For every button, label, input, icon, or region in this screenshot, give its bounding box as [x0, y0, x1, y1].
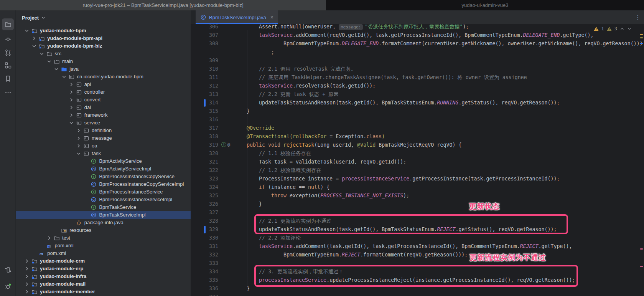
- line-number[interactable]: 326: [191, 200, 218, 208]
- chevron-right-icon[interactable]: [68, 112, 74, 118]
- line-number[interactable]: 325: [191, 192, 218, 200]
- chevron-down-icon[interactable]: [61, 74, 67, 80]
- code-line-312[interactable]: 312taskService.resolveTask(task.getId())…: [191, 82, 644, 90]
- line-number[interactable]: 335: [191, 276, 218, 284]
- line-number[interactable]: 310: [191, 65, 218, 73]
- code-line-331[interactable]: 331taskService.addComment(task.getId(), …: [191, 242, 644, 251]
- chevron-down-icon[interactable]: [24, 28, 30, 34]
- line-number[interactable]: 331: [191, 242, 218, 251]
- line-number[interactable]: 328: [191, 217, 218, 225]
- chevron-down-icon[interactable]: [46, 58, 52, 64]
- line-number[interactable]: 308: [191, 40, 218, 48]
- tree-item-yudao-module-bpm-biz[interactable]: yudao-module-bpm-biz: [16, 42, 191, 50]
- chevron-down-icon[interactable]: [76, 150, 82, 157]
- line-number[interactable]: 307: [191, 31, 218, 40]
- tree-item-pom-xml[interactable]: mpom.xml: [16, 250, 191, 257]
- debug-icon[interactable]: [2, 280, 14, 292]
- chevron-right-icon[interactable]: [24, 273, 30, 279]
- structure-icon[interactable]: [2, 59, 14, 71]
- chevron-right-icon[interactable]: [24, 289, 30, 295]
- code-editor[interactable]: 1 3 306Assert.notNull(ownerUser, message…: [191, 24, 644, 296]
- chevron-right-icon[interactable]: [76, 135, 82, 141]
- code-line-324[interactable]: 324if (instance == null) {: [191, 183, 644, 192]
- tree-item-task[interactable]: task: [16, 150, 191, 157]
- code-line-307[interactable]: 307taskService.addComment(reqVO.getId(),…: [191, 31, 644, 40]
- code-line-319[interactable]: 319I@public void rejectTask(Long userId,…: [191, 141, 644, 149]
- tree-item-message[interactable]: message: [16, 134, 191, 142]
- window-title-background[interactable]: yudao-ui-admin-vue3: [326, 0, 644, 10]
- chevron-down-icon[interactable]: [68, 120, 74, 126]
- tree-item-main[interactable]: main: [16, 58, 191, 65]
- tree-item-bpmprocessinstanceserviceimpl[interactable]: CBpmProcessInstanceServiceImpl: [16, 196, 191, 203]
- code-line-322[interactable]: 322// 1.2 校验流程实例存在: [191, 166, 644, 175]
- chevron-right-icon[interactable]: [76, 127, 82, 134]
- tree-item-yudao-module-mall[interactable]: yudao-module-mall: [16, 280, 191, 288]
- line-number[interactable]: 311: [191, 73, 218, 82]
- code-line-308[interactable]: 308BpmCommentTypeEnum.DELEGATE_END.forma…: [191, 40, 644, 48]
- tree-item-definition[interactable]: definition: [16, 127, 191, 134]
- code-line-318[interactable]: 318@Transactional(rollbackFor = Exceptio…: [191, 132, 644, 141]
- line-number[interactable]: 330: [191, 234, 218, 242]
- stripe-mark[interactable]: [640, 248, 643, 250]
- chevron-right-icon[interactable]: [68, 97, 74, 103]
- tree-item-src[interactable]: src: [16, 50, 191, 58]
- line-number[interactable]: 333: [191, 259, 218, 268]
- line-number[interactable]: 316: [191, 116, 218, 124]
- line-number[interactable]: 321: [191, 158, 218, 166]
- code-line-315[interactable]: 315}: [191, 107, 644, 116]
- tree-item-bpmtaskserviceimpl[interactable]: CBpmTaskServiceImpl: [16, 211, 191, 219]
- tree-item-yudao-module-bpm[interactable]: yudao-module-bpm: [16, 27, 191, 35]
- pull-requests-icon[interactable]: ?: [2, 46, 14, 58]
- more-icon[interactable]: [2, 86, 14, 98]
- line-number[interactable]: 318: [191, 132, 218, 141]
- project-folder-icon[interactable]: [2, 18, 14, 30]
- tree-item-bpmprocessinstancecopyserviceimpl[interactable]: CBpmProcessInstanceCopyServiceImpl: [16, 180, 191, 188]
- stripe-change-mark[interactable]: [640, 43, 643, 44]
- line-number[interactable]: 332: [191, 251, 218, 259]
- line-number[interactable]: 313: [191, 90, 218, 99]
- chevron-right-icon[interactable]: [24, 281, 30, 287]
- tree-item-api[interactable]: api: [16, 81, 191, 88]
- tree-item-controller[interactable]: controller: [16, 88, 191, 96]
- code-line-314[interactable]: 314updateTaskStatusAndReason(task.getId(…: [191, 99, 644, 107]
- bookmarks-icon[interactable]: [2, 73, 14, 84]
- kebab-menu-icon[interactable]: ⋮: [634, 13, 642, 21]
- line-number[interactable]: 319: [191, 141, 218, 149]
- tab-close-icon[interactable]: ×: [270, 14, 273, 20]
- code-line-wrap[interactable]: ;: [191, 48, 644, 56]
- editor-tab[interactable]: C BpmTaskServiceImpl.java ×: [196, 10, 278, 24]
- line-number[interactable]: 337: [191, 293, 218, 296]
- code-line-332[interactable]: 332BpmCommentTypeEnum.REJECT.formatComme…: [191, 251, 644, 259]
- code-line-309[interactable]: 309: [191, 56, 644, 65]
- tree-item-java[interactable]: java: [16, 65, 191, 73]
- code-line-330[interactable]: 330// 2.2 添加评论: [191, 234, 644, 242]
- tree-item-framework[interactable]: framework: [16, 111, 191, 119]
- line-number[interactable]: 327: [191, 208, 218, 217]
- implements-gutter[interactable]: I@: [221, 142, 230, 147]
- tree-item-cn-iocoder-yudao-module-bpm[interactable]: cn.iocoder.yudao.module.bpm: [16, 73, 191, 81]
- tree-item-package-info-java[interactable]: package-info.java: [16, 219, 191, 227]
- tree-item-bpmactivityservice[interactable]: IBpmActivityService: [16, 157, 191, 165]
- tree-item-yudao-module-infra[interactable]: yudao-module-infra: [16, 273, 191, 280]
- tree-item-bpmtaskservice[interactable]: IBpmTaskService: [16, 203, 191, 211]
- line-number[interactable]: 312: [191, 82, 218, 90]
- tree-item-test[interactable]: test: [16, 234, 191, 242]
- tree-item-convert[interactable]: convert: [16, 96, 191, 104]
- line-number[interactable]: 323: [191, 175, 218, 183]
- stripe-warning-mark[interactable]: [640, 34, 643, 35]
- tree-item-yudao-module-crm[interactable]: yudao-module-crm: [16, 257, 191, 265]
- tree-item-resources[interactable]: resources: [16, 227, 191, 234]
- implementing-method-icon[interactable]: I: [221, 142, 226, 147]
- chevron-right-icon[interactable]: [76, 143, 82, 149]
- commit-icon[interactable]: [2, 33, 14, 45]
- line-number[interactable]: 315: [191, 107, 218, 116]
- line-number[interactable]: 322: [191, 166, 218, 175]
- line-number[interactable]: 336: [191, 284, 218, 293]
- code-line-313[interactable]: 313// 2.2 更新 task 状态 + 原因: [191, 90, 644, 99]
- chevron-right-icon[interactable]: [68, 89, 74, 95]
- tree-item-yudao-module-bpm-api[interactable]: yudao-module-bpm-api: [16, 35, 191, 42]
- code-line-320[interactable]: 320// 1.1 校验任务存在: [191, 149, 644, 158]
- chevron-right-icon[interactable]: [46, 235, 52, 241]
- code-line-326[interactable]: 326}: [191, 200, 644, 208]
- line-number[interactable]: 317: [191, 124, 218, 132]
